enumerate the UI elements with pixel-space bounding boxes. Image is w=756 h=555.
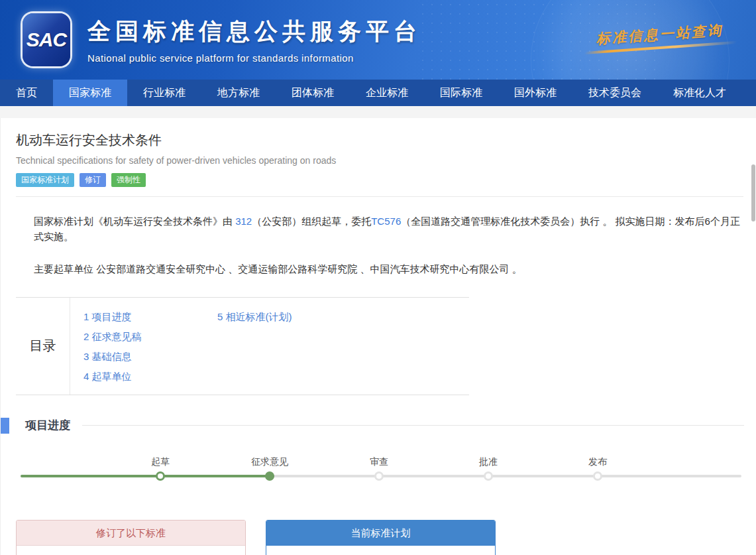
toc-box: 目录 1 项目进度2 征求意见稿3 基础信息4 起草单位 5 相近标准(计划): [16, 297, 469, 395]
nav-item-0[interactable]: 首页: [0, 80, 53, 106]
stage-label-1: 征求意见: [233, 456, 306, 468]
summary-paragraph-1: 国家标准计划《机动车运行安全技术条件》由 312（公安部）组织起草，委托TC57…: [34, 214, 743, 244]
toc-link-2-征求意见稿[interactable]: 2 征求意见稿: [83, 331, 217, 343]
cards-row: 修订了以下标准 GB 7258-2017 （全部代替） 机动车运行安全技术条件: [16, 520, 756, 555]
site-title-block: 全国标准信息公共服务平台 National public service pla…: [87, 16, 421, 64]
timeline-progress-fill: [21, 475, 274, 477]
scrollbar-thumb[interactable]: [751, 164, 755, 221]
tag-2: 强制性: [111, 173, 146, 187]
section-header-progress: 项目进度: [1, 418, 756, 434]
revised-standard-card: 修订了以下标准 GB 7258-2017 （全部代替） 机动车运行安全技术条件: [16, 520, 246, 555]
content-panel: 机动车运行安全技术条件 Technical specifications for…: [0, 118, 756, 555]
toc-link-1-项目进度[interactable]: 1 项目进度: [83, 311, 217, 324]
page-background-strip: [0, 106, 756, 118]
text-segment-0: 国家标准计划《机动车运行安全技术条件》由: [34, 216, 235, 227]
site-header: SAC 全国标准信息公共服务平台 National public service…: [0, 0, 756, 80]
toc-columns: 1 项目进度2 征求意见稿3 基础信息4 起草单位 5 相近标准(计划): [70, 298, 469, 395]
section-rule: [82, 425, 744, 426]
stage-dot-current-1: [265, 471, 274, 481]
toc-column-1: 1 项目进度2 征求意见稿3 基础信息4 起草单位: [83, 311, 217, 385]
stage-label-4: 发布: [561, 456, 634, 468]
stage-label-2: 审查: [343, 456, 415, 468]
toc-label: 目录: [16, 298, 70, 395]
nav-item-4[interactable]: 团体标准: [276, 80, 350, 106]
revised-card-body: GB 7258-2017 （全部代替） 机动车运行安全技术条件: [17, 546, 245, 555]
revised-card-header: 修订了以下标准: [17, 521, 245, 546]
inline-link-312[interactable]: 312: [235, 216, 252, 227]
stage-label-3: 批准: [452, 456, 525, 468]
toc-link-4-起草单位[interactable]: 4 起草单位: [83, 371, 217, 383]
page-title: 机动车运行安全技术条件: [16, 131, 756, 149]
stage-dot-pending-3: [484, 471, 493, 481]
section-marker: [1, 418, 9, 434]
divider: [16, 196, 743, 197]
progress-timeline: 起草征求意见审查批准发布: [21, 451, 741, 492]
nav-item-8[interactable]: 技术委员会: [572, 80, 657, 106]
toc-link-5-相近标准(计划)[interactable]: 5 相近标准(计划): [217, 311, 351, 324]
toc-column-2: 5 相近标准(计划): [217, 311, 351, 385]
summary-paragraph-2: 主要起草单位 公安部道路交通安全研究中心 、交通运输部公路科学研究院 、中国汽车…: [34, 262, 743, 277]
sac-logo[interactable]: SAC: [23, 13, 70, 66]
section-title: 项目进度: [25, 418, 70, 433]
stage-dot-pending-2: [374, 471, 384, 481]
nav-item-9[interactable]: 标准化人才: [657, 80, 742, 106]
site-title-cn: 全国标准信息公共服务平台: [87, 16, 421, 47]
nav-item-2[interactable]: 行业标准: [127, 80, 201, 106]
tag-1: 修订: [80, 173, 106, 187]
nav-item-1[interactable]: 国家标准: [53, 80, 127, 106]
current-card-header: 当前标准计划: [266, 521, 495, 546]
text-segment-2: （公安部）组织起草，委托: [252, 216, 371, 227]
sac-logo-text: SAC: [27, 29, 66, 51]
tag-row: 国家标准计划修订强制性: [16, 173, 756, 187]
main-nav: 首页国家标准行业标准地方标准团体标准企业标准国际标准国外标准技术委员会标准化人才: [0, 80, 756, 106]
toc-link-3-基础信息[interactable]: 3 基础信息: [83, 351, 217, 363]
current-plan-card: 当前标准计划 20250058-Q-312 正在征求意见 机动车运行安全技术条件: [266, 520, 496, 555]
nav-item-7[interactable]: 国外标准: [498, 80, 572, 106]
tag-0: 国家标准计划: [16, 173, 74, 187]
nav-item-6[interactable]: 国际标准: [424, 80, 498, 106]
stage-label-0: 起草: [124, 456, 197, 468]
inline-link-TC576[interactable]: TC576: [371, 216, 401, 227]
page-subtitle-en: Technical specifications for safety of p…: [16, 155, 756, 166]
page-root: SAC 全国标准信息公共服务平台 National public service…: [0, 0, 756, 555]
nav-item-5[interactable]: 企业标准: [350, 80, 424, 106]
nav-item-3[interactable]: 地方标准: [201, 80, 276, 106]
stage-dot-pending-4: [593, 471, 602, 481]
site-title-en: National public service platform for sta…: [87, 52, 421, 64]
current-card-body: 20250058-Q-312 正在征求意见 机动车运行安全技术条件: [266, 546, 495, 555]
stage-dot-done-0: [156, 471, 165, 481]
